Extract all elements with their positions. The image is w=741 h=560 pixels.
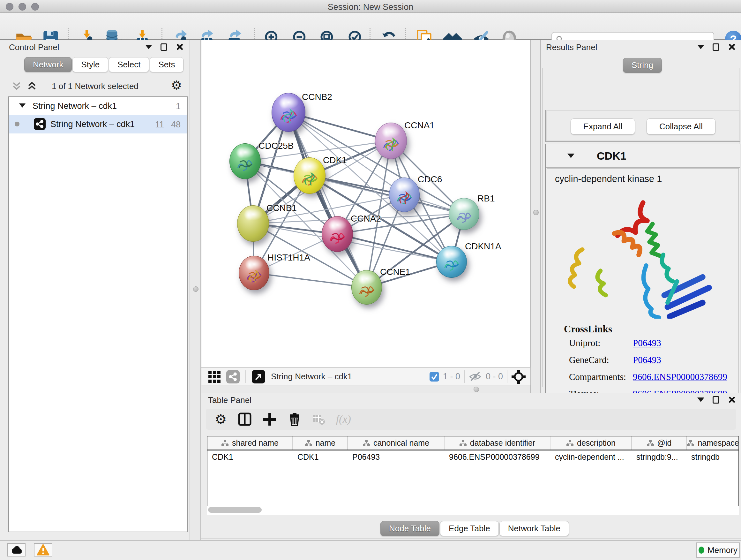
network-tree: String Network – cdk1 1 String Network –… xyxy=(8,97,188,532)
cloud-button[interactable] xyxy=(7,543,25,557)
delete-column-trash-icon[interactable] xyxy=(287,412,301,426)
string-view-icon[interactable] xyxy=(226,370,240,383)
show-columns-icon[interactable] xyxy=(238,412,252,426)
table-hscrollbar[interactable] xyxy=(207,506,739,515)
node-label-ccnb2: CCNB2 xyxy=(302,92,332,102)
table-cell[interactable]: P06493 xyxy=(348,450,445,464)
status-bar: Memory xyxy=(0,540,741,560)
memory-button[interactable]: Memory xyxy=(696,543,740,558)
table-panel-menu-icon[interactable] xyxy=(697,397,704,402)
birds-eye-view-icon[interactable] xyxy=(252,370,265,383)
control-panel-menu-icon[interactable] xyxy=(145,45,152,49)
bottom-splitter[interactable] xyxy=(201,385,530,393)
table-cell[interactable]: CDK1 xyxy=(207,450,293,464)
node-ccne1[interactable] xyxy=(351,270,382,305)
column-header-canonical-name[interactable]: canonical name xyxy=(348,436,445,449)
column-header-namespace[interactable]: namespace xyxy=(687,436,739,449)
control-panel-float-icon[interactable] xyxy=(160,44,167,51)
control-panel: Control Panel NetworkStyleSelectSets 1 o… xyxy=(0,40,189,540)
add-column-icon[interactable] xyxy=(263,412,277,426)
table-hscroll-thumb[interactable] xyxy=(208,507,262,513)
tab-network-table[interactable]: Network Table xyxy=(499,521,569,536)
string-network-icon xyxy=(34,118,46,130)
node-ccnb2[interactable] xyxy=(272,93,306,132)
tab-string[interactable]: String xyxy=(623,58,662,73)
table-panel-close-icon[interactable] xyxy=(728,396,735,403)
crosslinks-title: CrossLinks xyxy=(564,323,612,335)
tab-sets[interactable]: Sets xyxy=(150,57,184,72)
selected-checkbox-icon[interactable] xyxy=(429,372,439,381)
network-row-label: String Network – cdk1 xyxy=(51,119,135,129)
crosslink-row: Uniprot:P06493 xyxy=(569,338,727,355)
node-gloss xyxy=(243,208,263,221)
table-cell[interactable]: cyclin-dependent ... xyxy=(550,450,632,464)
show-grid-icon[interactable] xyxy=(208,371,220,383)
right-splitter-handle[interactable] xyxy=(533,210,539,215)
node-gloss xyxy=(300,160,320,173)
tab-style[interactable]: Style xyxy=(72,57,108,72)
table-options-gear-icon[interactable]: ⚙ xyxy=(215,412,227,427)
expand-collapse-box: Expand All Collapse All xyxy=(545,110,740,142)
node-cdc6[interactable] xyxy=(389,178,420,212)
network-options-gear-icon[interactable]: ⚙ xyxy=(171,78,182,92)
node-ccna1[interactable] xyxy=(375,123,407,159)
table-cell[interactable]: stringdb xyxy=(687,450,739,464)
gene-description: cyclin-dependent kinase 1 xyxy=(555,174,662,184)
warning-icon xyxy=(37,544,50,556)
left-splitter[interactable] xyxy=(190,40,201,540)
node-ccnb1[interactable] xyxy=(237,205,269,242)
results-panel-menu-icon[interactable] xyxy=(697,45,704,49)
tab-edge-table[interactable]: Edge Table xyxy=(440,521,499,536)
table-cell[interactable]: stringdb:9... xyxy=(632,450,687,464)
table-cell[interactable]: 9606.ENSP00000378699 xyxy=(445,450,550,464)
crosslink-link[interactable]: P06493 xyxy=(633,355,661,365)
table-row[interactable]: CDK1CDK1P064939606.ENSP00000378699cyclin… xyxy=(207,450,738,464)
node-gloss xyxy=(327,219,347,232)
network-collection-row[interactable]: String Network – cdk1 1 xyxy=(9,97,187,115)
warnings-button[interactable] xyxy=(34,543,52,557)
crosslink-link[interactable]: P06493 xyxy=(633,338,661,348)
node-rb1[interactable] xyxy=(449,198,479,230)
column-header-database-identifier[interactable]: database identifier xyxy=(445,436,550,449)
tab-node-table[interactable]: Node Table xyxy=(381,521,440,536)
node-cdc25b[interactable] xyxy=(229,143,261,179)
network-selected-status: 1 of 1 Network selected xyxy=(6,81,184,91)
tab-network[interactable]: Network xyxy=(24,57,72,72)
expand-all-button[interactable]: Expand All xyxy=(570,118,635,134)
network-view-title: String Network – cdk1 xyxy=(271,372,352,381)
gene-collapse-icon[interactable] xyxy=(567,153,575,158)
memory-label: Memory xyxy=(708,545,738,555)
tab-select[interactable]: Select xyxy=(109,57,149,72)
results-panel-float-icon[interactable] xyxy=(713,44,719,51)
results-panel-close-icon[interactable] xyxy=(728,43,735,51)
column-header-name[interactable]: name xyxy=(293,436,348,449)
table-panel-float-icon[interactable] xyxy=(713,396,719,403)
results-panel: Results Panel String Expand All Collapse… xyxy=(541,40,741,393)
protein-structure-image xyxy=(560,191,726,319)
crosslink-link[interactable]: 9606.ENSP00000378699 xyxy=(633,372,727,382)
node-cdk1[interactable] xyxy=(293,158,326,194)
control-panel-close-icon[interactable] xyxy=(176,43,183,51)
gene-header[interactable]: CDK1 xyxy=(546,144,740,168)
edge-CCNE1-HIST1H1A[interactable] xyxy=(254,273,367,287)
collection-expand-icon[interactable] xyxy=(19,104,25,108)
main-toolbar: ? xyxy=(0,13,741,40)
network-canvas[interactable]: CCNB2CCNA1CDC25BCDK1CDC6RB1CCNB1CCNA2CDK… xyxy=(201,40,530,367)
collapse-all-button[interactable]: Collapse All xyxy=(647,118,716,134)
node-hist1h1a[interactable] xyxy=(239,256,269,290)
node-gloss xyxy=(455,200,474,211)
column-header-description[interactable]: description xyxy=(550,436,632,449)
fit-selection-target-icon[interactable] xyxy=(511,369,526,384)
network-edge-count: 48 xyxy=(171,120,181,130)
node-gloss xyxy=(442,248,461,259)
left-splitter-handle[interactable] xyxy=(193,287,199,292)
right-splitter[interactable] xyxy=(530,40,541,393)
window-title: Session: New Session xyxy=(0,2,741,12)
column-header--id[interactable]: @id xyxy=(632,436,687,449)
network-row-selected[interactable]: String Network – cdk1 11 48 xyxy=(9,115,187,133)
node-cdkn1a[interactable] xyxy=(436,246,467,278)
table-cell[interactable]: CDK1 xyxy=(293,450,348,464)
node-ccna2[interactable] xyxy=(322,216,353,252)
column-header-shared-name[interactable]: shared name xyxy=(207,436,293,449)
bottom-splitter-handle[interactable] xyxy=(474,387,479,392)
